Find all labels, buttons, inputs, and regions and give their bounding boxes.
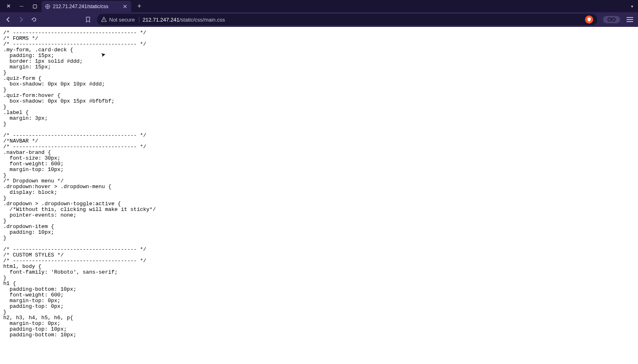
- warning-icon: [101, 17, 107, 22]
- window-titlebar: ✕ ─ ▢ 212.71.247.241/static/css ✕ + ▾: [0, 0, 638, 12]
- browser-toolbar: Not secure 212.71.247.241/static/css/mai…: [0, 12, 638, 27]
- window-menu-dropdown[interactable]: ▾: [631, 4, 633, 9]
- svg-point-2: [103, 20, 104, 21]
- bookmark-button[interactable]: [82, 14, 94, 25]
- security-indicator[interactable]: Not secure: [101, 17, 139, 23]
- brave-shields-icon[interactable]: [585, 15, 593, 24]
- address-bar[interactable]: Not secure 212.71.247.241/static/css/mai…: [97, 14, 597, 25]
- tab-close-button[interactable]: ✕: [122, 3, 128, 10]
- window-minimize-button[interactable]: ─: [18, 2, 25, 10]
- forward-button[interactable]: [15, 14, 27, 25]
- page-content[interactable]: /* -------------------------------------…: [0, 27, 638, 364]
- back-button[interactable]: [2, 14, 14, 25]
- main-menu-button[interactable]: [624, 14, 636, 25]
- private-mode-indicator[interactable]: [603, 16, 620, 23]
- svg-point-4: [612, 18, 615, 21]
- globe-icon: [45, 4, 51, 9]
- new-tab-button[interactable]: +: [134, 1, 144, 11]
- window-controls: ✕ ─ ▢: [2, 2, 38, 10]
- url-text: 212.71.247.241/static/css/main.css: [143, 17, 225, 23]
- window-close-button[interactable]: ✕: [5, 2, 12, 10]
- reload-button[interactable]: [29, 14, 40, 25]
- browser-tab[interactable]: 212.71.247.241/static/css ✕: [42, 1, 131, 12]
- url-host: 212.71.247.241: [143, 17, 179, 23]
- svg-point-3: [608, 18, 611, 21]
- tab-title: 212.71.247.241/static/css: [53, 4, 120, 9]
- tab-strip: 212.71.247.241/static/css ✕ +: [42, 0, 144, 12]
- url-path: /static/css/main.css: [179, 17, 225, 23]
- window-maximize-button[interactable]: ▢: [31, 2, 38, 10]
- security-label: Not secure: [109, 17, 135, 23]
